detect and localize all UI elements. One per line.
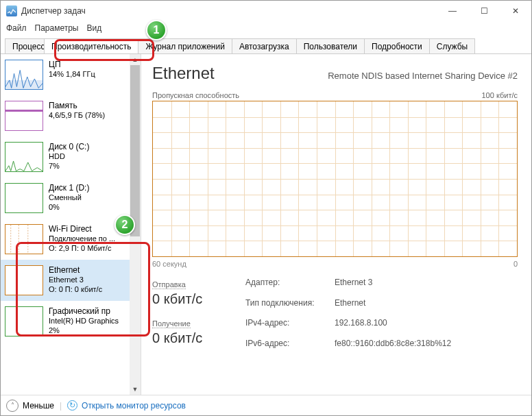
recv-label: Получение xyxy=(152,319,191,328)
sidebar-item-cpu[interactable]: ЦП14% 1,84 ГГц xyxy=(1,54,141,95)
tab-details[interactable]: Подробности xyxy=(364,38,430,53)
ipv4-lbl: IPv4-адрес: xyxy=(245,318,335,336)
window-title: Диспетчер задач xyxy=(21,6,86,16)
scroll-thumb[interactable] xyxy=(130,65,140,236)
throughput-chart xyxy=(152,101,518,257)
memory-line: 4,6/5,9 ГБ (78%) xyxy=(49,111,105,121)
menu-options[interactable]: Параметры xyxy=(35,23,79,33)
annotation-badge-1: 1 xyxy=(146,20,167,40)
sidebar-item-disk0[interactable]: Диск 0 (C:)HDD7% xyxy=(1,136,141,178)
sidebar-item-ethernet[interactable]: EthernetEthernet 3О: 0 П: 0 кбит/с xyxy=(1,260,141,301)
sidebar-item-gpu[interactable]: Графический прIntel(R) HD Graphics2% xyxy=(1,301,141,342)
ipv6-val: fe80::9160:ddb6:8c8e:318b%12 xyxy=(335,339,451,356)
wifi-sub: Подключение по ... xyxy=(49,234,115,244)
menu-file[interactable]: Файл xyxy=(6,23,27,33)
ethernet-sparkline-icon xyxy=(5,265,43,295)
cpu-title: ЦП xyxy=(49,60,95,70)
gpu-sparkline-icon xyxy=(5,306,43,337)
open-resource-monitor-link[interactable]: ↻ Открыть монитор ресурсов xyxy=(67,400,186,411)
cpu-sparkline-icon xyxy=(5,60,43,90)
gpu-pct: 2% xyxy=(49,326,119,336)
ipv4-val: 192.168.8.100 xyxy=(335,318,451,336)
type-val: Ethernet xyxy=(335,298,451,316)
gpu-sub: Intel(R) HD Graphics xyxy=(49,317,119,326)
disk1-sub: Сменный xyxy=(49,193,89,203)
tab-services[interactable]: Службы xyxy=(429,38,475,53)
disk0-pct: 7% xyxy=(49,162,89,171)
recv-value: 0 кбит/с xyxy=(152,330,229,346)
fewer-details-label: Меньше xyxy=(23,401,54,411)
scroll-down-icon[interactable]: ▼ xyxy=(130,384,141,395)
disk0-title: Диск 0 (C:) xyxy=(49,142,89,152)
annotation-badge-2: 2 xyxy=(114,215,135,235)
page-title: Ethernet xyxy=(152,64,215,83)
disk1-title: Диск 1 (D:) xyxy=(49,183,89,193)
eth-rate: О: 0 П: 0 кбит/с xyxy=(49,285,102,295)
footer: ˄ Меньше | ↻ Открыть монитор ресурсов xyxy=(1,395,531,415)
main-panel: Ethernet Remote NDIS based Internet Shar… xyxy=(141,54,531,395)
resource-monitor-icon: ↻ xyxy=(67,400,77,411)
adapter-lbl: Адаптер: xyxy=(245,278,335,295)
x-left: 60 секунд xyxy=(152,260,186,268)
menu-view[interactable]: Вид xyxy=(86,23,101,33)
wifi-sparkline-icon xyxy=(5,224,43,254)
adapter-name: Remote NDIS based Internet Sharing Devic… xyxy=(328,71,518,81)
adapter-val: Ethernet 3 xyxy=(335,278,451,295)
eth-title: Ethernet xyxy=(49,265,102,276)
sidebar-item-memory[interactable]: Память4,6/5,9 ГБ (78%) xyxy=(1,95,141,136)
cpu-line: 14% 1,84 ГГц xyxy=(49,70,95,79)
tab-processes[interactable]: Процессы xyxy=(5,38,45,53)
chart-label: Пропускная способность xyxy=(152,91,239,99)
taskmgr-icon xyxy=(6,5,17,16)
fewer-details-button[interactable]: ˄ Меньше xyxy=(6,400,54,412)
menubar: Файл Параметры Вид xyxy=(1,21,531,35)
resmon-label: Открыть монитор ресурсов xyxy=(82,401,186,411)
type-lbl: Тип подключения: xyxy=(245,298,335,316)
memory-title: Память xyxy=(49,101,105,111)
titlebar: Диспетчер задач — ☐ ✕ xyxy=(1,1,531,21)
tabs: Процессы Производительность Журнал прило… xyxy=(1,35,531,54)
wifi-title: Wi-Fi Direct xyxy=(49,224,115,234)
disk0-sparkline-icon xyxy=(5,142,43,172)
wifi-rate: О: 2,9 П: 0 Мбит/с xyxy=(49,244,115,254)
eth-sub: Ethernet 3 xyxy=(49,276,102,285)
chevron-up-icon: ˄ xyxy=(6,400,19,412)
close-button[interactable]: ✕ xyxy=(500,1,531,21)
tab-users[interactable]: Пользователи xyxy=(296,38,365,53)
tab-startup[interactable]: Автозагрузка xyxy=(232,38,297,53)
scroll-up-icon[interactable]: ▲ xyxy=(130,54,141,65)
sidebar-item-disk1[interactable]: Диск 1 (D:)Сменный0% xyxy=(1,178,141,219)
disk1-sparkline-icon xyxy=(5,183,43,213)
tab-performance[interactable]: Производительность xyxy=(44,38,138,53)
memory-sparkline-icon xyxy=(5,101,43,131)
connection-info: Адаптер:Ethernet 3 Тип подключения:Ether… xyxy=(245,278,451,356)
disk0-sub: HDD xyxy=(49,152,89,162)
x-right: 0 xyxy=(513,260,518,268)
maximize-button[interactable]: ☐ xyxy=(468,1,500,21)
minimize-button[interactable]: — xyxy=(437,1,468,21)
gpu-title: Графический пр xyxy=(49,306,119,317)
disk1-pct: 0% xyxy=(49,203,89,212)
send-value: 0 кбит/с xyxy=(152,291,229,307)
ipv6-lbl: IPv6-адрес: xyxy=(245,339,335,356)
tab-app-history[interactable]: Журнал приложений xyxy=(138,38,232,53)
chart-ymax: 100 кбит/с xyxy=(481,91,518,99)
send-label: Отправка xyxy=(152,280,186,289)
